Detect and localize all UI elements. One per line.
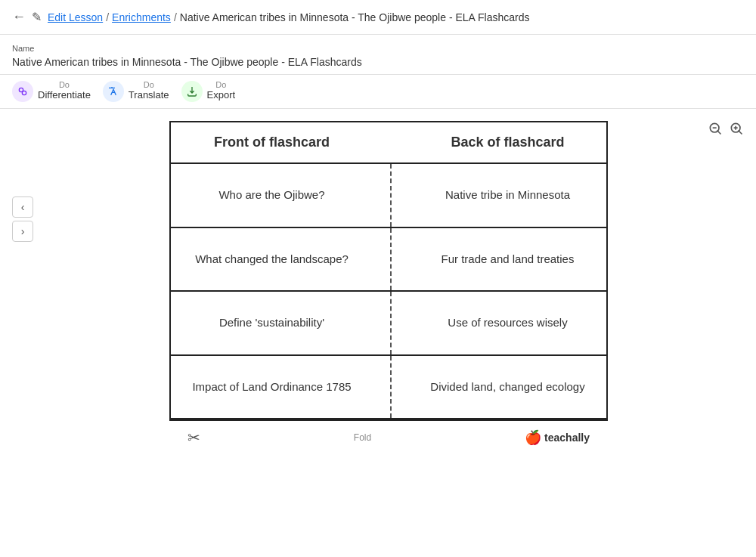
svg-line-6 xyxy=(739,131,742,135)
nav-arrows: ‹ › xyxy=(12,121,33,242)
name-label: Name xyxy=(12,44,744,53)
col-divider-1 xyxy=(373,227,409,292)
flashcard-front-0: Who are the Ojibwe? xyxy=(170,163,373,227)
table-row: What changed the landscape?Fur trade and… xyxy=(170,227,607,292)
differentiate-icon xyxy=(12,81,33,102)
header: ← ✎ Edit Lesson / Enrichments / Native A… xyxy=(0,0,756,35)
zoom-out-button[interactable] xyxy=(708,121,723,140)
breadcrumb-sep1: / xyxy=(106,11,109,23)
flashcard-back-1: Fur trade and land treaties xyxy=(409,227,607,292)
edit-button[interactable]: ✎ xyxy=(32,10,42,24)
flashcard-back-3: Divided land, changed ecology xyxy=(409,355,607,419)
col-divider-2 xyxy=(373,291,409,355)
col-divider-0 xyxy=(373,163,409,227)
flashcard-back-0: Native tribe in Minnesota xyxy=(409,163,607,227)
name-section: Name Native American tribes in Minnesota… xyxy=(0,35,756,75)
flashcard-wrapper: Front of flashcard Back of flashcard Who… xyxy=(33,121,744,454)
col-back-header: Back of flashcard xyxy=(409,122,607,163)
table-row: Define 'sustainability'Use of resources … xyxy=(170,291,607,355)
col-divider-3 xyxy=(373,355,409,419)
next-arrow[interactable]: › xyxy=(12,221,33,242)
zoom-controls xyxy=(708,121,744,140)
teachally-text: teachally xyxy=(544,432,590,444)
flashcard-front-2: Define 'sustainability' xyxy=(170,291,373,355)
export-icon xyxy=(181,81,203,102)
flashcard-footer: ✂ Fold 🍎 teachally xyxy=(169,419,608,454)
translate-main-label: Translate xyxy=(129,89,169,102)
differentiate-do-label: Do xyxy=(38,81,91,89)
translate-button[interactable]: Do Translate xyxy=(103,81,169,102)
col-front-header: Front of flashcard xyxy=(170,122,373,163)
apple-icon: 🍎 xyxy=(525,429,541,446)
flashcard-front-3: Impact of Land Ordinance 1785 xyxy=(170,355,373,419)
back-button[interactable]: ← xyxy=(12,9,26,25)
table-row: Who are the Ojibwe?Native tribe in Minne… xyxy=(170,163,607,227)
flashcard-table: Front of flashcard Back of flashcard Who… xyxy=(169,121,608,419)
teachally-logo: 🍎 teachally xyxy=(525,429,590,446)
toolbar: Do Differentiate Do Translate Do Export xyxy=(0,75,756,109)
table-row: Impact of Land Ordinance 1785Divided lan… xyxy=(170,355,607,419)
export-button[interactable]: Do Export xyxy=(181,81,236,102)
breadcrumb-current: Native American tribes in Minnesota - Th… xyxy=(180,11,530,23)
breadcrumb: Edit Lesson / Enrichments / Native Ameri… xyxy=(48,11,530,23)
svg-point-1 xyxy=(22,91,26,94)
differentiate-button[interactable]: Do Differentiate xyxy=(12,81,91,102)
export-do-label: Do xyxy=(207,81,236,89)
export-main-label: Export xyxy=(207,89,236,102)
zoom-in-button[interactable] xyxy=(729,121,744,140)
fold-label: Fold xyxy=(354,432,371,443)
breadcrumb-edit-lesson[interactable]: Edit Lesson xyxy=(48,11,103,23)
col-divider-header xyxy=(373,122,409,163)
flashcard-back-2: Use of resources wisely xyxy=(409,291,607,355)
prev-arrow[interactable]: ‹ xyxy=(12,196,33,218)
translate-do-label: Do xyxy=(129,81,169,89)
content-area: ‹ › Front of flashcard Back of flashcard xyxy=(0,109,756,466)
flashcard-front-1: What changed the landscape? xyxy=(170,227,373,292)
name-value: Native American tribes in Minnesota - Th… xyxy=(12,56,744,68)
breadcrumb-enrichments[interactable]: Enrichments xyxy=(112,11,171,23)
flashcard-container: Front of flashcard Back of flashcard Who… xyxy=(169,121,608,454)
scissors-icon: ✂ xyxy=(187,429,200,447)
differentiate-main-label: Differentiate xyxy=(38,89,91,102)
translate-icon xyxy=(103,81,124,102)
svg-line-3 xyxy=(717,131,721,135)
breadcrumb-sep2: / xyxy=(174,11,177,23)
